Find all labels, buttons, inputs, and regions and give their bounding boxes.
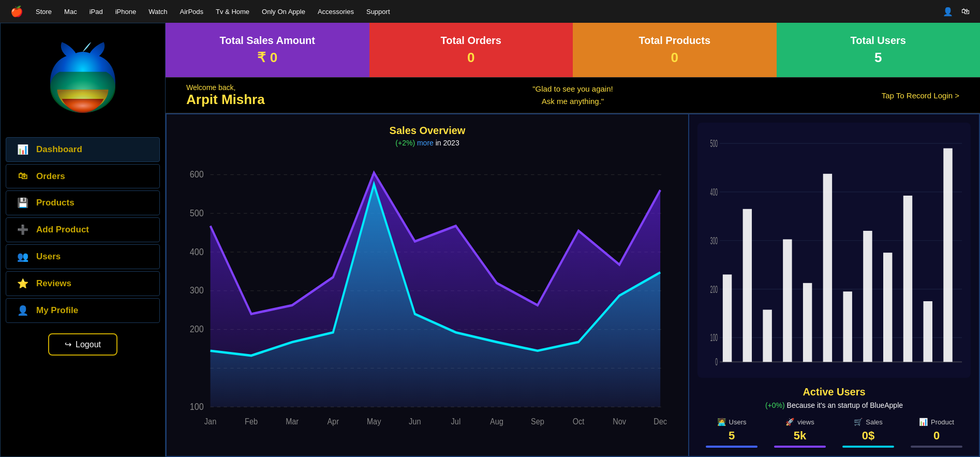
- logout-button[interactable]: ↪ Logout: [48, 333, 117, 356]
- product-metric-icon: 📊: [919, 418, 928, 426]
- sales-year: in 2023: [436, 139, 459, 147]
- metric-value-views: 5k: [794, 429, 806, 443]
- stat-title-sales: Total Sales Amount: [220, 35, 315, 47]
- sidebar-logo: [36, 34, 129, 127]
- metrics-row: 🧑‍💻 Users 5 🚀 views 5k: [697, 418, 971, 448]
- nav-only-on-apple[interactable]: Only On Apple: [262, 8, 305, 16]
- sales-chart-subtitle: (+2%) more in 2023: [177, 139, 678, 147]
- sidebar-label-orders: Orders: [36, 171, 65, 182]
- sidebar-item-users[interactable]: 👥 Users: [6, 244, 160, 269]
- top-nav: 🍎 Store Mac iPad iPhone Watch AirPods Tv…: [0, 0, 980, 23]
- nav-airpods[interactable]: AirPods: [180, 8, 204, 16]
- charts-row: Sales Overview (+2%) more in 2023: [166, 113, 980, 457]
- nav-store[interactable]: Store: [36, 8, 52, 16]
- nav-tv-home[interactable]: Tv & Home: [216, 8, 249, 16]
- welcome-quote-line1: "Glad to see you again!: [407, 83, 738, 95]
- logout-label: Logout: [76, 340, 101, 349]
- svg-rect-40: [743, 209, 752, 362]
- stat-value-orders: 0: [467, 50, 474, 66]
- stat-card-total-sales[interactable]: Total Sales Amount ₹ 0: [166, 23, 369, 77]
- au-desc: Because it's an startup of BlueApple: [787, 401, 903, 409]
- nav-ipad[interactable]: iPad: [90, 8, 103, 16]
- svg-rect-42: [783, 239, 792, 362]
- svg-rect-44: [823, 174, 832, 362]
- svg-text:200: 200: [190, 323, 204, 334]
- sidebar-label-products: Products: [36, 198, 75, 208]
- nav-accessories[interactable]: Accessories: [318, 8, 354, 16]
- au-plus: (+0%): [765, 401, 785, 409]
- views-metric-icon: 🚀: [785, 418, 794, 426]
- users-metric-icon: 🧑‍💻: [717, 418, 726, 426]
- svg-rect-45: [843, 291, 852, 362]
- nav-support[interactable]: Support: [366, 8, 390, 16]
- metric-text-users: Users: [729, 418, 747, 426]
- svg-rect-49: [924, 301, 932, 362]
- dashboard-icon: 📊: [17, 144, 29, 155]
- svg-rect-47: [883, 253, 892, 362]
- profile-icon: 👤: [17, 305, 29, 316]
- svg-text:Jul: Jul: [451, 417, 461, 426]
- sidebar-item-products[interactable]: 💾 Products: [6, 190, 160, 215]
- metric-bar-users: [706, 446, 758, 448]
- stat-title-products: Total Products: [639, 35, 710, 47]
- welcome-cta[interactable]: Tap To Record Login >: [738, 91, 959, 100]
- orders-icon: 🛍: [17, 171, 29, 182]
- line-chart-container: 600 500 400 300 200 100: [177, 155, 678, 446]
- svg-rect-43: [803, 283, 812, 362]
- metric-label-users: 🧑‍💻 Users: [717, 418, 747, 426]
- svg-text:May: May: [367, 417, 381, 426]
- svg-rect-41: [763, 309, 771, 362]
- nav-mac[interactable]: Mac: [64, 8, 77, 16]
- metric-text-views: views: [797, 418, 814, 426]
- stats-row: Total Sales Amount ₹ 0 Total Orders 0 To…: [166, 23, 980, 77]
- metric-label-sales: 🛒 Sales: [854, 418, 883, 426]
- line-chart-svg: 600 500 400 300 200 100: [177, 155, 678, 446]
- sales-metric-icon: 🛒: [854, 418, 863, 426]
- svg-rect-46: [863, 231, 872, 362]
- sidebar-item-reviews[interactable]: ⭐ Reviews: [6, 271, 160, 296]
- logout-icon: ↪: [65, 340, 71, 349]
- sidebar-item-orders[interactable]: 🛍 Orders: [6, 164, 160, 188]
- stat-card-total-users[interactable]: Total Users 5: [777, 23, 981, 77]
- sidebar-item-dashboard[interactable]: 📊 Dashboard: [6, 137, 160, 162]
- svg-rect-48: [903, 196, 912, 362]
- sidebar-label-reviews: Reviews: [36, 278, 71, 289]
- products-icon: 💾: [17, 197, 29, 209]
- sidebar-label-dashboard: Dashboard: [36, 144, 82, 155]
- sidebar-navigation: 📊 Dashboard 🛍 Orders 💾 Products ➕ Add Pr…: [6, 137, 160, 323]
- metric-item-users: 🧑‍💻 Users 5: [706, 418, 758, 448]
- bar-chart-svg: 500 400 300 200 100 0: [704, 129, 964, 372]
- sidebar-item-my-profile[interactable]: 👤 My Profile: [6, 298, 160, 323]
- metric-text-product: Product: [931, 418, 954, 426]
- svg-text:Sep: Sep: [531, 417, 544, 426]
- active-users-subtitle: (+0%) Because it's an startup of BlueApp…: [697, 401, 971, 409]
- apple-logo-icon: 🍎: [10, 5, 23, 18]
- svg-text:400: 400: [190, 246, 204, 257]
- metric-bar-views: [774, 446, 826, 448]
- sales-chart-panel: Sales Overview (+2%) more in 2023: [167, 114, 689, 456]
- stat-card-total-orders[interactable]: Total Orders 0: [369, 23, 573, 77]
- cart-icon[interactable]: 🛍: [961, 7, 970, 17]
- stat-value-products: 0: [671, 50, 678, 66]
- sales-more: more: [417, 139, 434, 147]
- metric-label-views: 🚀 views: [785, 418, 814, 426]
- stat-card-total-products[interactable]: Total Products 0: [573, 23, 777, 77]
- metric-value-sales: 0$: [862, 429, 874, 443]
- nav-iphone[interactable]: iPhone: [115, 8, 136, 16]
- main-content: Total Sales Amount ₹ 0 Total Orders 0 To…: [166, 23, 980, 457]
- stat-title-users: Total Users: [851, 35, 906, 47]
- welcome-center: "Glad to see you again! Ask me anything.…: [407, 83, 738, 108]
- user-icon[interactable]: 👤: [943, 7, 953, 17]
- users-icon: 👥: [17, 251, 29, 262]
- nav-watch[interactable]: Watch: [149, 8, 167, 16]
- svg-text:400: 400: [710, 185, 718, 198]
- metric-value-users: 5: [729, 429, 735, 443]
- bar-chart-container: 500 400 300 200 100 0: [697, 123, 971, 378]
- active-users-title: Active Users: [697, 386, 971, 398]
- stat-value-sales: ₹ 0: [257, 50, 277, 66]
- metric-item-sales: 🛒 Sales 0$: [842, 418, 894, 448]
- welcome-quote-line2: Ask me anything.": [407, 95, 738, 108]
- sidebar-item-add-product[interactable]: ➕ Add Product: [6, 217, 160, 242]
- svg-text:Jun: Jun: [409, 417, 421, 426]
- svg-text:200: 200: [710, 283, 718, 295]
